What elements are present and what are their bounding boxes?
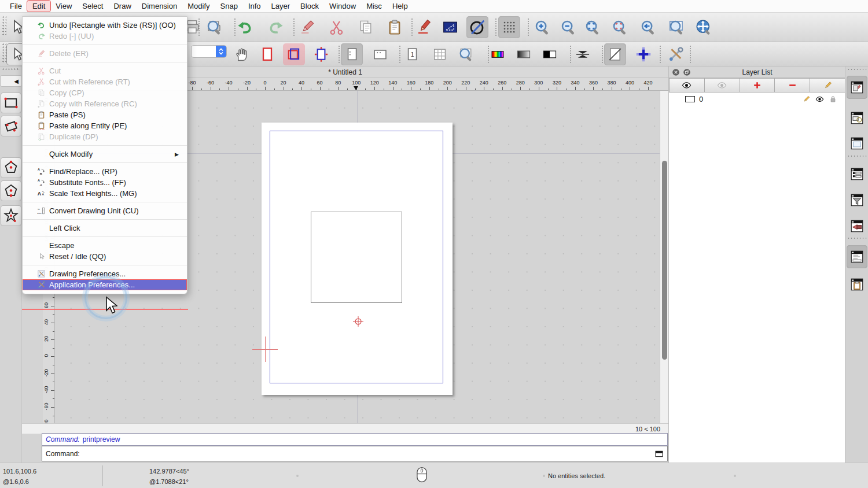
dock-toggle-pencil-window[interactable] <box>847 76 867 99</box>
dock-toggle-list-window[interactable] <box>847 162 867 186</box>
draworder-button[interactable] <box>439 16 461 38</box>
close-icon[interactable] <box>672 68 680 76</box>
menu-item-copy-with-reference-rc[interactable]: Copy with Reference (RC) <box>23 98 187 109</box>
copy-button[interactable] <box>355 16 377 38</box>
rectangle-3points-tool-button[interactable] <box>1 116 21 136</box>
page-portrait-button[interactable] <box>341 43 363 65</box>
menu-file[interactable]: File <box>5 1 27 12</box>
fit-page-button[interactable] <box>256 43 278 65</box>
horizontal-scrollbar[interactable]: 10 < 100 <box>22 423 668 434</box>
menu-layer[interactable]: Layer <box>266 1 296 12</box>
menu-info[interactable]: Info <box>243 1 266 12</box>
settings-tools-button[interactable] <box>665 43 687 65</box>
toolbar-drag-handle[interactable] <box>2 43 6 64</box>
pan-paper-button[interactable] <box>230 43 252 65</box>
menu-item-paste-along-entity-pe[interactable]: Paste along Entity (PE) <box>23 120 187 131</box>
menu-item-paste-ps[interactable]: Paste (PS) <box>23 109 187 120</box>
draft-mode-button[interactable] <box>604 43 626 65</box>
dock-toggle-projector-window[interactable] <box>847 215 867 238</box>
page-landscape-button[interactable] <box>369 43 391 65</box>
add-layer-button[interactable] <box>740 78 775 93</box>
zoom-pan-button[interactable] <box>693 16 715 38</box>
fit-paper-button[interactable] <box>310 43 332 65</box>
menu-item-undo-rectangle-with-size-rs-oo[interactable]: Undo [Rectangle with Size (RS)] (OO) <box>23 20 187 31</box>
dock-toggle-command-window[interactable] <box>847 245 867 268</box>
delete-button[interactable] <box>296 16 318 38</box>
menu-snap[interactable]: Snap <box>215 1 243 12</box>
menu-dimension[interactable]: Dimension <box>137 1 182 12</box>
show-all-layers-button[interactable] <box>669 78 705 93</box>
dock-toggle-shapes-window[interactable] <box>847 106 867 130</box>
zoom-page-button[interactable] <box>455 43 477 65</box>
grayscale-mode-button[interactable] <box>513 43 535 65</box>
center-page-button[interactable] <box>283 43 305 65</box>
menu-item-quick-modify[interactable]: Quick Modify▶ <box>23 149 187 160</box>
visibility-eye-icon[interactable] <box>815 95 824 103</box>
menu-item-reset-idle-qq[interactable]: Reset / Idle (QQ) <box>23 251 187 262</box>
lock-icon[interactable] <box>829 95 837 103</box>
menu-item-cut[interactable]: Cut <box>23 65 187 76</box>
crosshair-button[interactable] <box>632 43 654 65</box>
menu-item-find-replace-rp[interactable]: ABFind/Replace... (RP) <box>23 166 187 177</box>
line-width-button[interactable] <box>572 43 594 65</box>
dock-handle[interactable] <box>847 68 867 71</box>
grid-dots-button[interactable] <box>498 16 520 38</box>
vertical-scrollbar-thumb[interactable] <box>662 161 667 360</box>
menu-misc[interactable]: Misc <box>361 1 387 12</box>
zoom-previous-button[interactable] <box>637 16 659 38</box>
rectangle-entity[interactable] <box>311 212 402 303</box>
polygon-center-corner-tool-button[interactable] <box>1 157 21 178</box>
zoom-in-button[interactable] <box>531 16 553 38</box>
star-tool-button[interactable] <box>1 205 21 226</box>
menu-item-substitute-fonts-ff[interactable]: AASubstitute Fonts... (FF) <box>23 177 187 188</box>
menu-item-redo-uu[interactable]: Redo [-] (UU) <box>23 31 187 42</box>
detach-window-icon[interactable] <box>654 449 664 459</box>
menu-select[interactable]: Select <box>77 1 108 12</box>
edit-pencil-icon[interactable] <box>802 95 811 103</box>
menu-item-delete-er[interactable]: Delete (ER) <box>23 48 187 59</box>
menu-block[interactable]: Block <box>295 1 324 12</box>
zoom-selected-button[interactable] <box>609 16 631 38</box>
page-single-button[interactable]: 1 <box>401 43 423 65</box>
dock-toggle-blank-window[interactable] <box>847 132 867 155</box>
print-scale-select[interactable] <box>191 45 227 58</box>
print-preview-button[interactable] <box>203 16 225 38</box>
menu-item-copy-cp[interactable]: Copy (CP) <box>23 87 187 98</box>
toolbar-drag-handle[interactable] <box>2 68 20 71</box>
menu-window[interactable]: Window <box>324 1 361 12</box>
redo-button[interactable] <box>264 16 286 38</box>
cut-button[interactable] <box>326 16 348 38</box>
edit-layer-button[interactable] <box>810 78 845 93</box>
menu-item-cut-with-reference-rt[interactable]: Cut with Reference (RT) <box>23 76 187 87</box>
menu-item-convert-drawing-unit-cu[interactable]: inmmConvert Drawing Unit (CU) <box>23 205 187 216</box>
pencil-edit-button[interactable] <box>413 16 435 38</box>
menu-draw[interactable]: Draw <box>108 1 136 12</box>
float-icon[interactable] <box>683 68 691 76</box>
pen-circle-button[interactable] <box>466 16 488 38</box>
collapse-toolbar-button[interactable]: ◀ <box>0 75 22 87</box>
menu-item-duplicate-dp[interactable]: Duplicate (DP) <box>23 131 187 142</box>
menu-view[interactable]: View <box>50 1 77 12</box>
menu-item-escape[interactable]: Escape <box>23 240 187 251</box>
color-mode-button[interactable] <box>487 43 509 65</box>
dock-toggle-clipboard-window[interactable] <box>847 273 867 296</box>
zoom-window-button[interactable] <box>665 16 687 38</box>
paste-button[interactable] <box>384 16 406 38</box>
zoom-out-button[interactable] <box>557 16 579 38</box>
menu-modify[interactable]: Modify <box>182 1 215 12</box>
menu-item-scale-text-heights-mg[interactable]: AAScale Text Heights... (MG) <box>23 188 187 199</box>
menu-help[interactable]: Help <box>387 1 413 12</box>
menu-item-left-click[interactable]: Left Click <box>23 223 187 234</box>
command-input-line[interactable]: Command: <box>42 446 668 461</box>
toolbar-drag-handle[interactable] <box>2 16 6 36</box>
vertical-scrollbar[interactable] <box>660 91 668 423</box>
layer-row[interactable]: 0 <box>669 93 845 105</box>
page-multi-button[interactable] <box>429 43 451 65</box>
undo-button[interactable] <box>234 16 256 38</box>
remove-layer-button[interactable] <box>775 78 810 93</box>
blackwhite-mode-button[interactable] <box>539 43 561 65</box>
rectangle-2corners-tool-button[interactable] <box>1 93 21 113</box>
menu-edit[interactable]: Edit <box>27 1 50 12</box>
dock-toggle-funnel-window[interactable] <box>847 188 867 212</box>
polygon-center-tangent-tool-button[interactable] <box>1 180 21 201</box>
